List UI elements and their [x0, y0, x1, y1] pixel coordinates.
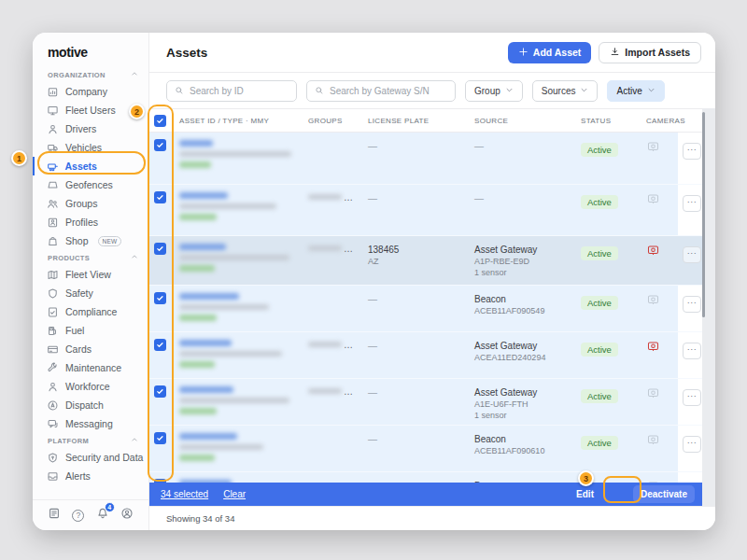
import-assets-button[interactable]: Import Assets	[599, 42, 701, 63]
sidebar-item-fleet-view[interactable]: Fleet View	[33, 265, 148, 284]
scrollbar-thumb[interactable]	[702, 112, 705, 317]
column-header-source[interactable]: SOURCE	[474, 117, 581, 125]
redacted-asset-type	[179, 351, 282, 357]
source-cell: —	[474, 185, 581, 235]
row-actions-button[interactable]: ···	[683, 343, 701, 359]
table-row[interactable]: …138465AZAsset GatewayA1P-RBE-E9D1 senso…	[149, 236, 715, 286]
assets-table: ASSET ID / TYPE · MMY GROUPS LICENSE PLA…	[149, 108, 715, 506]
sidebar-item-compliance[interactable]: Compliance	[33, 302, 148, 321]
new-badge: NEW	[98, 236, 122, 246]
cameras-cell	[635, 379, 678, 425]
sidebar-item-label: Drivers	[65, 123, 96, 134]
groups-ellipsis: …	[344, 244, 353, 254]
row-checkbox[interactable]	[154, 243, 166, 255]
shieldlock-icon	[47, 452, 59, 464]
doc-icon	[47, 306, 59, 318]
sidebar-item-shop[interactable]: ShopNEW	[33, 231, 148, 250]
table-row[interactable]: ——Active···	[149, 133, 715, 185]
sidebar-item-assets[interactable]: Assets	[33, 157, 148, 175]
sidebar-item-groups[interactable]: Groups	[33, 194, 148, 213]
redacted-asset-type	[179, 203, 276, 209]
sidebar-item-messaging[interactable]: Messaging	[33, 414, 148, 433]
row-checkbox[interactable]	[154, 385, 166, 398]
status-badge: Active	[581, 436, 618, 450]
column-header-plate[interactable]: LICENSE PLATE	[368, 117, 474, 125]
column-header-asset[interactable]: ASSET ID / TYPE · MMY	[176, 117, 308, 125]
sidebar-item-security-and-data[interactable]: Security and Data	[33, 448, 148, 467]
add-asset-button[interactable]: Add Asset	[508, 42, 592, 63]
group-filter-dropdown[interactable]: Group	[465, 80, 523, 102]
table-row[interactable]: —BeaconACEB11AF090549Active···	[149, 286, 715, 332]
status-filter-dropdown[interactable]: Active	[607, 80, 664, 102]
sidebar-item-drivers[interactable]: Drivers	[33, 119, 148, 138]
sources-filter-dropdown[interactable]: Sources	[532, 80, 599, 102]
source-id: A1E-U6F-FTH	[474, 399, 581, 410]
sidebar-section-platform[interactable]: PLATFORM	[33, 433, 148, 448]
selected-count-link[interactable]: 34 selected	[161, 489, 208, 499]
clear-selection-link[interactable]: Clear	[223, 489, 246, 499]
camera-icon	[646, 141, 660, 153]
redacted-asset-type	[179, 255, 289, 260]
sidebar-item-workforce[interactable]: Workforce	[33, 377, 148, 396]
sidebar-item-vehicles[interactable]: Vehicles	[33, 138, 148, 157]
camera-icon	[646, 434, 660, 446]
sidebar-item-maintenance[interactable]: Maintenance	[33, 358, 148, 377]
search-by-id-input[interactable]	[190, 86, 289, 96]
sidebar-item-cards[interactable]: Cards	[33, 340, 148, 358]
source-type: Asset Gateway	[474, 244, 581, 256]
edit-button[interactable]: Edit	[576, 489, 594, 499]
page-title: Assets	[166, 46, 207, 60]
sidebar-footer: ? 4	[33, 499, 148, 530]
column-header-status[interactable]: STATUS	[581, 117, 635, 125]
row-actions-button[interactable]: ···	[683, 195, 701, 212]
sidebar-nav: ORGANIZATIONCompanyFleet UsersDriversVeh…	[33, 65, 148, 499]
table-row[interactable]: …—Asset GatewayA1E-U6F-FTH1 sensorActive…	[149, 379, 715, 426]
column-header-cameras[interactable]: CAMERAS	[635, 117, 678, 125]
row-checkbox[interactable]	[154, 432, 166, 444]
sidebar-item-alerts[interactable]: Alerts	[33, 467, 148, 485]
license-plate-value: 138465	[368, 244, 474, 256]
sidebar-item-dispatch[interactable]: Dispatch	[33, 396, 148, 414]
redacted-asset-tag	[179, 214, 217, 220]
table-row[interactable]: —BeaconACEB11AF090610Active···	[149, 426, 715, 472]
table-row[interactable]: …—Asset GatewayACEA11ED240294Active···	[149, 332, 715, 379]
sidebar-section-organization[interactable]: ORGANIZATION	[33, 67, 148, 82]
row-checkbox[interactable]	[154, 339, 166, 351]
sidebar-section-products[interactable]: PRODUCTS	[33, 250, 148, 265]
sidebar-item-safety[interactable]: Safety	[33, 284, 148, 302]
deactivate-button[interactable]: Deactivate	[633, 485, 695, 503]
chevron-down-icon	[505, 86, 514, 96]
row-checkbox[interactable]	[154, 191, 166, 203]
sidebar-item-fuel[interactable]: Fuel	[33, 321, 148, 340]
select-all-checkbox[interactable]	[154, 115, 166, 127]
sidebar-item-geofences[interactable]: Geofences	[33, 175, 148, 194]
row-checkbox[interactable]	[154, 139, 166, 151]
asset-cell	[176, 332, 308, 378]
groups-ellipsis: …	[344, 192, 353, 203]
license-plate-cell: —	[368, 426, 474, 471]
account-icon[interactable]	[120, 507, 134, 524]
row-actions-button[interactable]: ···	[683, 246, 701, 263]
redacted-asset-id	[179, 386, 233, 393]
whats-new-icon[interactable]	[48, 507, 61, 524]
showing-count-label: Showing 34 of 34	[166, 513, 234, 524]
table-scrollbar[interactable]	[702, 108, 715, 506]
row-actions-button[interactable]: ···	[683, 296, 701, 313]
table-footer: Showing 34 of 34	[149, 506, 715, 530]
asset-cell	[176, 379, 308, 425]
column-header-groups[interactable]: GROUPS	[308, 117, 368, 125]
row-actions-button[interactable]: ···	[683, 436, 701, 453]
row-actions-button[interactable]: ···	[683, 389, 701, 406]
source-id: 1 sensor	[474, 410, 581, 421]
table-row[interactable]: …——Active···	[149, 185, 715, 236]
sidebar-item-company[interactable]: Company	[33, 82, 148, 101]
motive-logo: motive	[33, 33, 148, 65]
row-checkbox[interactable]	[154, 292, 166, 304]
source-id: A1P-RBE-E9D	[474, 256, 581, 267]
sidebar-item-profiles[interactable]: Profiles	[33, 213, 148, 231]
row-actions-button[interactable]: ···	[683, 143, 701, 160]
search-by-gateway-input[interactable]	[330, 86, 447, 96]
notifications-bell[interactable]: 4	[96, 507, 109, 524]
chat-icon	[47, 418, 59, 430]
help-icon[interactable]: ?	[72, 510, 84, 522]
